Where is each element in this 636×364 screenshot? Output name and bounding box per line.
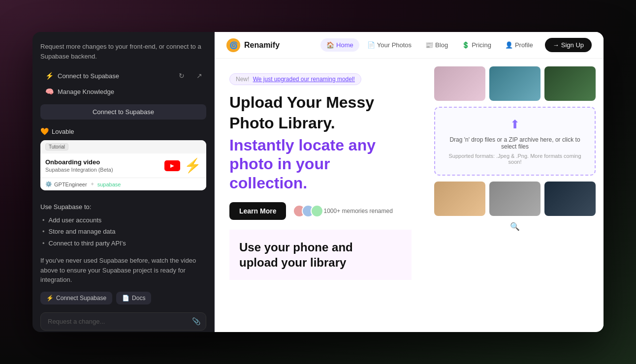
blog-icon: 📰	[425, 41, 433, 49]
nav-your-photos[interactable]: 📄 Your Photos	[361, 38, 417, 52]
social-proof: 1000+ memories renamed	[293, 205, 392, 217]
gpt-icon: ⚙️	[45, 181, 52, 187]
profile-icon: 👤	[505, 41, 513, 49]
lovable-section: 🧡 Lovable Tutorial Onboarding video Supa…	[40, 127, 206, 197]
brain-icon: 🧠	[45, 88, 54, 95]
photo-thumb-1	[434, 66, 485, 101]
arrow-icon: →	[553, 41, 559, 49]
upload-sub-text: Supported formats: .Jpeg & .Png. More fo…	[445, 153, 585, 165]
request-input[interactable]	[40, 312, 206, 331]
heart-icon: 🧡	[40, 127, 49, 135]
photo-thumb-5	[489, 182, 541, 216]
hero-title-1: Upload Your Messy	[229, 93, 412, 112]
video-info: Onboarding video Supabase Integration (B…	[45, 158, 113, 173]
video-subtitle: Supabase Integration (Beta)	[45, 167, 113, 173]
attach-icon[interactable]: 📎	[192, 317, 200, 325]
hero-right: ⬆ Drag 'n' drop files or a ZIP archive h…	[426, 59, 604, 332]
manage-knowledge-button[interactable]: 🧠 Manage Knowledge	[40, 85, 206, 98]
connect-supabase-main-button[interactable]: Connect to Supabase	[40, 104, 206, 120]
hero-title-purple: Instantly locate any photo in your colle…	[229, 136, 412, 192]
logo-icon: 🌀	[226, 38, 240, 52]
bolt-small-icon: ⚡	[46, 295, 54, 302]
photo-grid-bottom	[434, 182, 596, 216]
social-count: 1000+ memories renamed	[323, 208, 392, 214]
video-logo-bar: ⚙️ GPTEngineer ✦ supabase	[40, 178, 206, 190]
section2-title-2: upload your library	[239, 255, 402, 270]
intro-text: Request more changes to your front-end, …	[40, 42, 206, 61]
new-badge: New! We just upgraded our renaming model…	[229, 73, 361, 85]
nav-links: 🏠 Home 📄 Your Photos 📰 Blog 💲 Pricing 👤	[320, 38, 592, 52]
site-nav: 🌀 Renamify 🏠 Home 📄 Your Photos 📰 Blog 💲	[215, 32, 604, 59]
gpt-engineer-label: ⚙️ GPTEngineer	[45, 181, 87, 187]
video-card-body: Onboarding video Supabase Integration (B…	[40, 153, 206, 178]
supabase-note: If you've never used Supabase before, wa…	[40, 256, 206, 285]
connect-supabase-row: ⚡ Connect to Supabase ↻ ↗	[40, 69, 206, 83]
section2: Use your phone and upload your library	[229, 230, 412, 280]
site-logo: 🌀 Renamify	[226, 38, 280, 52]
photo-grid-top	[434, 66, 596, 101]
bullet-item-3: Connect to third party API's	[42, 238, 206, 249]
avatar-group	[293, 205, 319, 217]
lovable-header: 🧡 Lovable	[40, 127, 206, 135]
nav-pricing[interactable]: 💲 Pricing	[456, 38, 497, 52]
supabase-label: supabase	[97, 182, 121, 187]
nav-blog[interactable]: 📰 Blog	[419, 38, 454, 52]
search-indicator: 🔍	[434, 222, 596, 231]
tutorial-badge: Tutorial	[45, 143, 68, 151]
avatar-3	[311, 205, 323, 217]
bottom-action-row: ⚡ Connect Supabase 📄 Docs	[40, 292, 206, 304]
external-link-icon[interactable]: ↗	[192, 69, 206, 83]
hero-left: New! We just upgraded our renaming model…	[215, 59, 426, 332]
new-badge-link[interactable]: We just upgraded our renaming model!	[253, 76, 355, 83]
refresh-icon[interactable]: ↻	[175, 69, 189, 83]
manage-knowledge-label: Manage Knowledge	[58, 88, 114, 95]
photo-thumb-2	[489, 66, 541, 101]
connect-supabase-small-button[interactable]: ⚡ Connect Supabase	[40, 292, 112, 304]
learn-more-button[interactable]: Learn More	[229, 202, 286, 220]
upload-icon: ⬆	[510, 118, 520, 131]
doc-icon: 📄	[122, 295, 129, 302]
sign-up-button[interactable]: → Sign Up	[545, 38, 592, 52]
nav-home[interactable]: 🏠 Home	[320, 38, 359, 52]
bolt-icon: ⚡	[184, 159, 201, 173]
bullet-item-1: Add user accounts	[42, 214, 206, 226]
site-content: New! We just upgraded our renaming model…	[215, 59, 604, 332]
hero-title-2: Photo Library.	[229, 114, 412, 132]
docs-button[interactable]: 📄 Docs	[116, 292, 151, 304]
bullet-list: Add user accounts Store and manage data …	[40, 214, 206, 249]
logo-text: Renamify	[244, 41, 280, 50]
upload-area[interactable]: ⬆ Drag 'n' drop files or a ZIP archive h…	[434, 107, 596, 176]
left-panel: Request more changes to your front-end, …	[32, 32, 215, 332]
video-title: Onboarding video	[45, 158, 113, 166]
connect-supabase-label: Connect to Supabase	[58, 72, 119, 80]
search-icon: 🔍	[510, 222, 520, 231]
video-card: Tutorial Onboarding video Supabase Integ…	[40, 140, 206, 190]
request-input-row: 📎	[40, 312, 206, 331]
hero-cta: Learn More 1000+ memories renamed	[229, 202, 412, 220]
section2-title-1: Use your phone and	[239, 240, 402, 255]
supabase-icon: ⚡	[45, 72, 54, 80]
photo-thumb-3	[544, 66, 596, 101]
pricing-icon: 💲	[462, 41, 470, 49]
use-supabase-title: Use Supabase to:	[40, 203, 206, 211]
video-play-button[interactable]: ▶	[164, 160, 180, 171]
nav-profile[interactable]: 👤 Profile	[499, 38, 539, 52]
photo-icon: 📄	[367, 41, 375, 49]
right-panel: 🌀 Renamify 🏠 Home 📄 Your Photos 📰 Blog 💲	[215, 32, 604, 332]
action-buttons: ⚡ Connect to Supabase ↻ ↗ 🧠 Manage Knowl…	[40, 69, 206, 98]
upload-main-text: Drag 'n' drop files or a ZIP archive her…	[445, 136, 585, 150]
photo-thumb-6	[544, 182, 596, 216]
home-icon: 🏠	[326, 41, 334, 49]
bullet-item-2: Store and manage data	[42, 226, 206, 237]
connect-supabase-button[interactable]: ⚡ Connect to Supabase	[40, 69, 124, 83]
photo-thumb-4	[434, 182, 485, 216]
lovable-label: Lovable	[52, 128, 74, 135]
video-card-header: Tutorial	[40, 140, 206, 153]
top-icons: ↻ ↗	[175, 69, 206, 83]
